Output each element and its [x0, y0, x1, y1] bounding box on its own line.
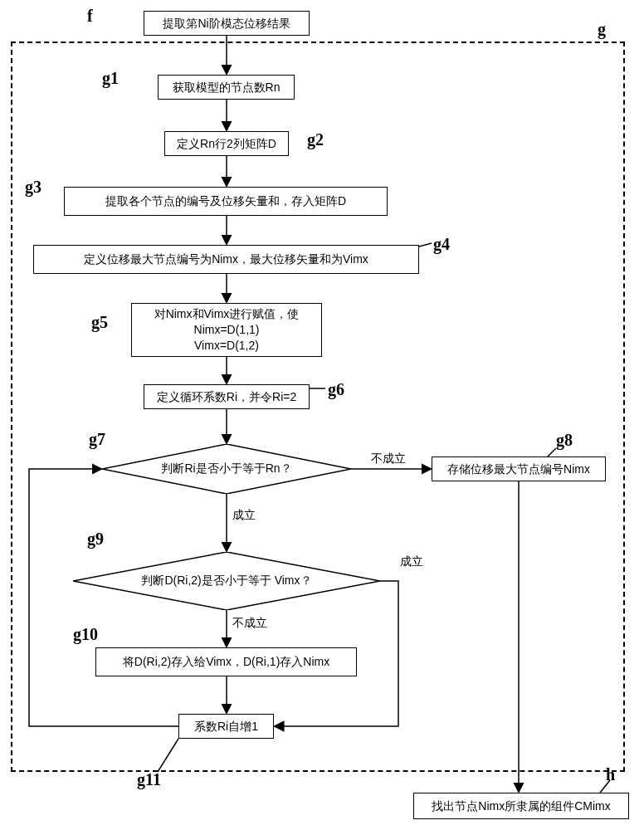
label-h: h: [606, 765, 615, 784]
edge-g9-yes: 成立: [400, 554, 423, 569]
node-g1: 获取模型的节点数Rn: [158, 75, 295, 100]
label-g2: g2: [307, 130, 324, 149]
node-g9-text: 判断D(Ri,2)是否小于等于 Vimx？: [73, 574, 380, 588]
label-f: f: [87, 7, 93, 26]
label-g3: g3: [25, 178, 41, 197]
edge-g7-yes: 成立: [232, 508, 256, 523]
label-g5: g5: [91, 313, 108, 332]
label-g10: g10: [73, 625, 98, 644]
node-g2: 定义Rn行2列矩阵D: [164, 131, 289, 156]
node-g9: 判断D(Ri,2)是否小于等于 Vimx？: [73, 552, 380, 610]
label-g1: g1: [102, 69, 119, 88]
node-g7: 判断Ri是否小于等于Rn？: [102, 444, 351, 494]
edge-g7-no: 不成立: [371, 452, 406, 466]
node-g5: 对Nimx和Vimx进行赋值，使 Nimx=D(1,1) Vimx=D(1,2): [131, 303, 322, 357]
node-g7-text: 判断Ri是否小于等于Rn？: [102, 461, 351, 476]
node-g6: 定义循环系数Ri，并令Ri=2: [144, 384, 310, 409]
node-g8: 存储位移最大节点编号Nimx: [432, 456, 606, 481]
label-g6: g6: [328, 380, 344, 399]
node-g5-line2: Nimx=D(1,1): [194, 322, 260, 338]
node-h: 找出节点Nimx所隶属的组件CMimx: [413, 793, 629, 819]
node-g10: 将D(Ri,2)存入给Vimx，D(Ri,1)存入Nimx: [95, 647, 357, 676]
edge-g9-no: 不成立: [232, 616, 267, 631]
label-g9: g9: [87, 530, 104, 549]
label-g11: g11: [137, 770, 161, 789]
node-g4: 定义位移最大节点编号为Nimx，最大位移矢量和为Vimx: [33, 245, 419, 274]
node-g5-line1: 对Nimx和Vimx进行赋值，使: [154, 306, 300, 322]
node-g3: 提取各个节点的编号及位移矢量和，存入矩阵D: [64, 187, 388, 216]
node-g11: 系数Ri自增1: [178, 714, 274, 739]
label-g: g: [598, 20, 606, 39]
label-g8: g8: [556, 431, 573, 450]
node-g5-line3: Vimx=D(1,2): [194, 338, 259, 354]
label-g4: g4: [433, 235, 450, 254]
label-g7: g7: [89, 430, 105, 449]
node-f: 提取第Ni阶模态位移结果: [144, 11, 310, 36]
